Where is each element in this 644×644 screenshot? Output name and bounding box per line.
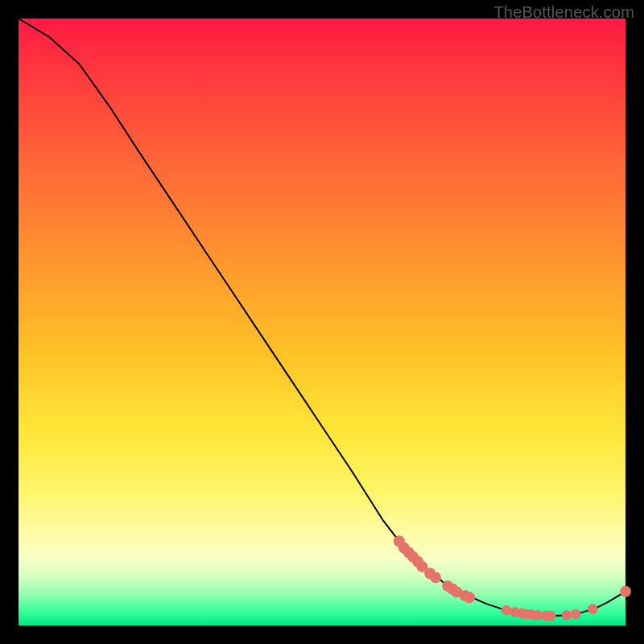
curve-marker (562, 610, 572, 621)
curve-svg (19, 19, 625, 625)
bottleneck-curve (19, 19, 625, 616)
plot-area (19, 19, 625, 625)
curve-marker (502, 605, 512, 616)
curve-marker (464, 592, 475, 603)
curve-marker (546, 611, 556, 621)
curve-marker (571, 609, 581, 619)
curve-marker (588, 604, 598, 614)
chart-stage: TheBottleneck.com (0, 0, 644, 644)
curve-marker (620, 586, 631, 597)
marker-group (394, 535, 631, 621)
curve-marker (430, 572, 441, 583)
